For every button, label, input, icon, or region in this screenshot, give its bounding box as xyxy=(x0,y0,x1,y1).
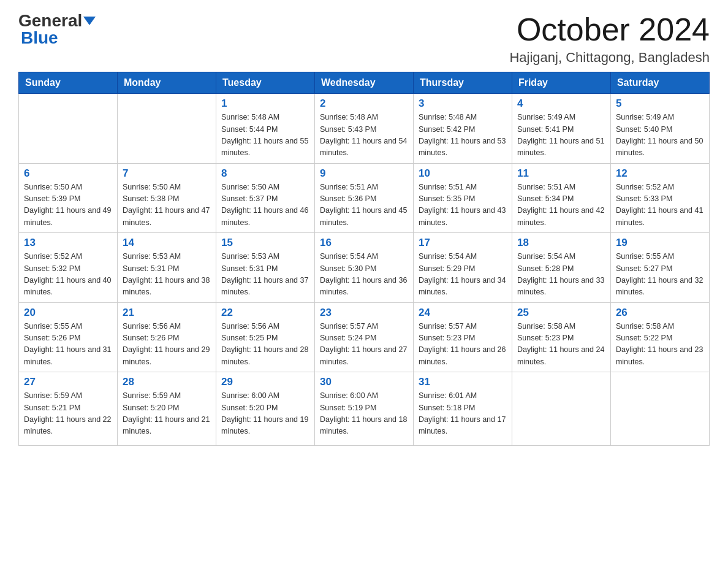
day-info: Sunrise: 5:58 AMSunset: 5:23 PMDaylight:… xyxy=(517,321,605,369)
day-info: Sunrise: 5:54 AMSunset: 5:30 PMDaylight:… xyxy=(320,251,408,299)
day-info: Sunrise: 5:50 AMSunset: 5:39 PMDaylight:… xyxy=(24,182,112,229)
day-number: 29 xyxy=(221,376,309,388)
day-info: Sunrise: 5:58 AMSunset: 5:22 PMDaylight:… xyxy=(616,321,704,369)
table-row: 8Sunrise: 5:50 AMSunset: 5:37 PMDaylight… xyxy=(216,163,314,233)
header-wednesday: Wednesday xyxy=(314,72,413,94)
day-info: Sunrise: 5:48 AMSunset: 5:42 PMDaylight:… xyxy=(419,112,507,159)
table-row: 5Sunrise: 5:49 AMSunset: 5:40 PMDaylight… xyxy=(610,94,709,164)
logo-blue: Blue xyxy=(18,29,58,47)
day-info: Sunrise: 6:00 AMSunset: 5:20 PMDaylight:… xyxy=(221,390,309,438)
table-row xyxy=(19,94,118,164)
calendar-table: Sunday Monday Tuesday Wednesday Thursday… xyxy=(18,72,710,446)
table-row: 30Sunrise: 6:00 AMSunset: 5:19 PMDayligh… xyxy=(314,372,413,446)
table-row: 15Sunrise: 5:53 AMSunset: 5:31 PMDayligh… xyxy=(216,233,314,303)
header-friday: Friday xyxy=(512,72,610,94)
day-number: 23 xyxy=(320,307,408,319)
day-info: Sunrise: 5:49 AMSunset: 5:40 PMDaylight:… xyxy=(616,112,704,159)
day-number: 31 xyxy=(419,376,507,388)
day-number: 20 xyxy=(24,307,112,319)
table-row: 27Sunrise: 5:59 AMSunset: 5:21 PMDayligh… xyxy=(19,372,118,446)
header-tuesday: Tuesday xyxy=(216,72,314,94)
table-row: 25Sunrise: 5:58 AMSunset: 5:23 PMDayligh… xyxy=(512,302,610,372)
table-row: 1Sunrise: 5:48 AMSunset: 5:44 PMDaylight… xyxy=(216,94,314,164)
table-row: 23Sunrise: 5:57 AMSunset: 5:24 PMDayligh… xyxy=(314,302,413,372)
day-info: Sunrise: 5:51 AMSunset: 5:35 PMDaylight:… xyxy=(419,182,507,229)
day-info: Sunrise: 5:59 AMSunset: 5:20 PMDaylight:… xyxy=(123,390,211,438)
calendar-week-row: 6Sunrise: 5:50 AMSunset: 5:39 PMDaylight… xyxy=(19,163,710,233)
header-monday: Monday xyxy=(117,72,216,94)
day-number: 7 xyxy=(123,167,211,180)
day-number: 14 xyxy=(123,237,211,249)
day-number: 9 xyxy=(320,167,408,180)
day-number: 17 xyxy=(419,237,507,249)
table-row: 13Sunrise: 5:52 AMSunset: 5:32 PMDayligh… xyxy=(19,233,118,303)
table-row: 7Sunrise: 5:50 AMSunset: 5:38 PMDaylight… xyxy=(117,163,216,233)
logo-triangle-icon xyxy=(83,17,96,25)
calendar-week-row: 13Sunrise: 5:52 AMSunset: 5:32 PMDayligh… xyxy=(19,233,710,303)
header-sunday: Sunday xyxy=(19,72,118,94)
calendar-header-row: Sunday Monday Tuesday Wednesday Thursday… xyxy=(19,72,710,94)
day-info: Sunrise: 5:50 AMSunset: 5:37 PMDaylight:… xyxy=(221,182,309,229)
month-title: October 2024 xyxy=(509,12,710,47)
day-number: 15 xyxy=(221,237,309,249)
day-info: Sunrise: 5:56 AMSunset: 5:26 PMDaylight:… xyxy=(123,321,211,369)
page-header: General Blue October 2024 Hajiganj, Chit… xyxy=(18,12,710,66)
day-info: Sunrise: 5:59 AMSunset: 5:21 PMDaylight:… xyxy=(24,390,112,438)
day-number: 2 xyxy=(320,98,408,110)
table-row: 29Sunrise: 6:00 AMSunset: 5:20 PMDayligh… xyxy=(216,372,314,446)
table-row: 14Sunrise: 5:53 AMSunset: 5:31 PMDayligh… xyxy=(117,233,216,303)
table-row: 4Sunrise: 5:49 AMSunset: 5:41 PMDaylight… xyxy=(512,94,610,164)
day-number: 13 xyxy=(24,237,112,249)
day-number: 19 xyxy=(616,237,704,249)
day-info: Sunrise: 5:54 AMSunset: 5:29 PMDaylight:… xyxy=(419,251,507,299)
day-number: 25 xyxy=(517,307,605,319)
day-info: Sunrise: 5:53 AMSunset: 5:31 PMDaylight:… xyxy=(221,251,309,299)
header-thursday: Thursday xyxy=(413,72,512,94)
day-info: Sunrise: 5:48 AMSunset: 5:44 PMDaylight:… xyxy=(221,112,309,159)
table-row: 12Sunrise: 5:52 AMSunset: 5:33 PMDayligh… xyxy=(610,163,709,233)
day-info: Sunrise: 6:00 AMSunset: 5:19 PMDaylight:… xyxy=(320,390,408,438)
day-number: 3 xyxy=(419,98,507,110)
table-row: 17Sunrise: 5:54 AMSunset: 5:29 PMDayligh… xyxy=(413,233,512,303)
day-number: 27 xyxy=(24,376,112,388)
day-number: 5 xyxy=(616,98,704,110)
day-number: 10 xyxy=(419,167,507,180)
table-row: 21Sunrise: 5:56 AMSunset: 5:26 PMDayligh… xyxy=(117,302,216,372)
day-number: 21 xyxy=(123,307,211,319)
day-number: 4 xyxy=(517,98,605,110)
table-row: 22Sunrise: 5:56 AMSunset: 5:25 PMDayligh… xyxy=(216,302,314,372)
day-info: Sunrise: 5:49 AMSunset: 5:41 PMDaylight:… xyxy=(517,112,605,159)
day-number: 16 xyxy=(320,237,408,249)
day-number: 11 xyxy=(517,167,605,180)
calendar-week-row: 1Sunrise: 5:48 AMSunset: 5:44 PMDaylight… xyxy=(19,94,710,164)
day-info: Sunrise: 5:51 AMSunset: 5:36 PMDaylight:… xyxy=(320,182,408,229)
logo-general: General xyxy=(18,11,82,30)
table-row: 6Sunrise: 5:50 AMSunset: 5:39 PMDaylight… xyxy=(19,163,118,233)
table-row: 18Sunrise: 5:54 AMSunset: 5:28 PMDayligh… xyxy=(512,233,610,303)
day-number: 6 xyxy=(24,167,112,180)
table-row: 24Sunrise: 5:57 AMSunset: 5:23 PMDayligh… xyxy=(413,302,512,372)
day-info: Sunrise: 5:55 AMSunset: 5:26 PMDaylight:… xyxy=(24,321,112,369)
day-number: 24 xyxy=(419,307,507,319)
title-block: October 2024 Hajiganj, Chittagong, Bangl… xyxy=(509,12,710,66)
calendar-week-row: 20Sunrise: 5:55 AMSunset: 5:26 PMDayligh… xyxy=(19,302,710,372)
day-info: Sunrise: 5:52 AMSunset: 5:33 PMDaylight:… xyxy=(616,182,704,229)
table-row: 16Sunrise: 5:54 AMSunset: 5:30 PMDayligh… xyxy=(314,233,413,303)
table-row: 11Sunrise: 5:51 AMSunset: 5:34 PMDayligh… xyxy=(512,163,610,233)
table-row xyxy=(610,372,709,446)
day-info: Sunrise: 5:55 AMSunset: 5:27 PMDaylight:… xyxy=(616,251,704,299)
day-info: Sunrise: 5:53 AMSunset: 5:31 PMDaylight:… xyxy=(123,251,211,299)
day-number: 30 xyxy=(320,376,408,388)
day-number: 8 xyxy=(221,167,309,180)
table-row: 20Sunrise: 5:55 AMSunset: 5:26 PMDayligh… xyxy=(19,302,118,372)
calendar-week-row: 27Sunrise: 5:59 AMSunset: 5:21 PMDayligh… xyxy=(19,372,710,446)
table-row: 10Sunrise: 5:51 AMSunset: 5:35 PMDayligh… xyxy=(413,163,512,233)
table-row: 3Sunrise: 5:48 AMSunset: 5:42 PMDaylight… xyxy=(413,94,512,164)
day-info: Sunrise: 5:50 AMSunset: 5:38 PMDaylight:… xyxy=(123,182,211,229)
table-row xyxy=(512,372,610,446)
table-row: 19Sunrise: 5:55 AMSunset: 5:27 PMDayligh… xyxy=(610,233,709,303)
day-info: Sunrise: 5:51 AMSunset: 5:34 PMDaylight:… xyxy=(517,182,605,229)
table-row xyxy=(117,94,216,164)
table-row: 2Sunrise: 5:48 AMSunset: 5:43 PMDaylight… xyxy=(314,94,413,164)
location: Hajiganj, Chittagong, Bangladesh xyxy=(509,50,710,66)
